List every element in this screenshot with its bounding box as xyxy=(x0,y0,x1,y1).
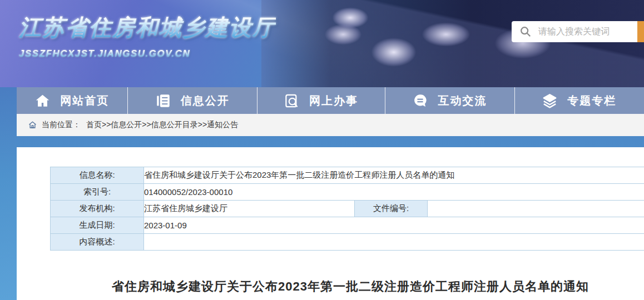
nav-item-label: 网上办事 xyxy=(309,93,358,108)
info-label-cell: 发布机构: xyxy=(51,201,144,217)
table-row: 发布机构: 江苏省住房城乡建设厅 文件编号: xyxy=(51,201,644,217)
info-value-cell: 江苏省住房城乡建设厅 xyxy=(144,201,355,217)
search-button[interactable] xyxy=(637,21,644,42)
info-label-cell: 内容概述: xyxy=(51,234,144,251)
search-bar xyxy=(512,21,644,42)
home-icon xyxy=(35,93,50,108)
content-panel: 信息名称: 省住房和城乡建设厅关于公布2023年第一批二级注册造价工程师注册人员… xyxy=(17,147,644,300)
table-row: 生成日期: 2023-01-09 xyxy=(51,217,644,234)
banner-building-photo xyxy=(261,0,644,87)
info-value-cell xyxy=(428,201,644,217)
search-box[interactable] xyxy=(512,21,637,42)
chat-icon xyxy=(413,93,428,108)
main-nav: 网站首页 信息公开 网上办事 互动交流 专题 xyxy=(17,87,644,114)
document-icon xyxy=(156,93,171,108)
nav-item-special-topics[interactable]: 专题专栏 xyxy=(515,87,644,114)
search-icon xyxy=(519,26,532,38)
nav-item-info-disclosure[interactable]: 信息公开 xyxy=(128,87,257,114)
nav-item-label: 信息公开 xyxy=(181,93,230,108)
breadcrumb-path[interactable]: 首页>>信息公开>>信息公开目录>>通知公告 xyxy=(86,120,238,130)
breadcrumb: 当前位置： 首页>>信息公开>>信息公开目录>>通知公告 xyxy=(17,114,644,136)
table-row: 信息名称: 省住房和城乡建设厅关于公布2023年第一批二级注册造价工程师注册人员… xyxy=(51,167,644,184)
info-label-cell: 索引号: xyxy=(51,184,144,201)
info-table: 信息名称: 省住房和城乡建设厅关于公布2023年第一批二级注册造价工程师注册人员… xyxy=(50,167,644,251)
search-input[interactable] xyxy=(537,26,634,37)
info-value-cell xyxy=(144,234,644,251)
info-label-cell: 信息名称: xyxy=(51,167,144,184)
table-row: 内容概述: xyxy=(51,234,644,251)
site-brand: 江苏省住房和城乡建设厅 JSSZFHCXJST.JIANGSU.GOV.CN xyxy=(19,12,276,59)
doc-search-icon xyxy=(284,93,299,108)
info-value-cell: 省住房和城乡建设厅关于公布2023年第一批二级注册造价工程师注册人员名单的通知 xyxy=(144,167,644,184)
home-outline-icon xyxy=(28,121,37,129)
site-domain: JSSZFHCXJST.JIANGSU.GOV.CN xyxy=(19,48,276,59)
nav-item-interaction[interactable]: 互动交流 xyxy=(385,87,514,114)
table-row: 索引号: 014000052/2023-00010 xyxy=(51,184,644,201)
site-title: 江苏省住房和城乡建设厅 xyxy=(19,12,276,43)
article-title: 省住房和城乡建设厅关于公布2023年第一批二级注册造价工程师注册人员名单的通知 xyxy=(17,278,644,295)
nav-item-home[interactable]: 网站首页 xyxy=(17,87,128,114)
info-label-cell: 文件编号: xyxy=(355,201,428,217)
info-value-cell: 2023-01-09 xyxy=(144,217,644,234)
breadcrumb-label: 当前位置： xyxy=(42,120,81,130)
nav-item-label: 网站首页 xyxy=(60,93,109,108)
nav-item-label: 互动交流 xyxy=(438,93,487,108)
info-value-cell: 014000052/2023-00010 xyxy=(144,184,644,201)
layers-icon xyxy=(542,93,557,108)
site-banner: 江苏省住房和城乡建设厅 JSSZFHCXJST.JIANGSU.GOV.CN xyxy=(0,0,644,87)
nav-item-online-services[interactable]: 网上办事 xyxy=(257,87,385,114)
nav-item-label: 专题专栏 xyxy=(567,93,616,108)
info-label-cell: 生成日期: xyxy=(51,217,144,234)
